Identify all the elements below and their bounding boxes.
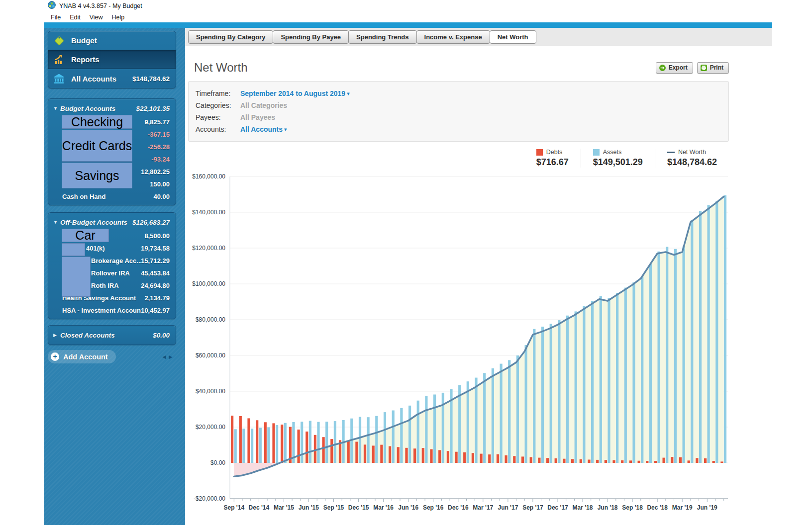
filter-value-payees[interactable]: All Payees <box>240 113 275 121</box>
add-account-button[interactable]: + Add Account <box>48 350 116 363</box>
filter-value-timeframe[interactable]: September 2014 to August 2019 <box>240 89 345 97</box>
account-balance: -256.28 <box>148 143 170 151</box>
print-button-label: Print <box>710 64 723 71</box>
sidebar-nav-panel: BudgetReportsAll Accounts$148,784.62 <box>48 31 176 88</box>
off-budget-accounts-header[interactable]: ▼ Off-Budget Accounts $126,683.27 <box>48 215 176 230</box>
legend-swatch-icon <box>667 152 675 153</box>
svg-text:Sep '14: Sep '14 <box>224 504 245 511</box>
account-balance: 10,452.97 <box>141 307 170 314</box>
svg-text:$60,000.00: $60,000.00 <box>196 352 225 359</box>
tab-spending-by-category[interactable]: Spending By Category <box>188 30 273 44</box>
filter-row: Categories:All Categories <box>196 99 721 111</box>
legend-swatch-icon <box>593 149 600 156</box>
legend-label: Assets <box>603 149 622 156</box>
menu-item-view[interactable]: View <box>86 13 107 22</box>
svg-text:Sep '18: Sep '18 <box>622 504 643 511</box>
svg-text:Jun '18: Jun '18 <box>598 504 618 511</box>
chart-icon <box>53 54 66 66</box>
svg-text:Dec '14: Dec '14 <box>249 504 270 511</box>
redaction-overlay: Credit Cards <box>62 130 132 162</box>
filter-row: Accounts:All Accounts▾ <box>196 123 721 135</box>
account-balance: 40.00 <box>153 193 170 200</box>
add-account-label: Add Account <box>63 353 108 361</box>
tab-net-worth[interactable]: Net Worth <box>490 30 536 44</box>
collapse-triangle-icon[interactable]: ▼ <box>53 106 60 111</box>
account-balance: 15,712.29 <box>141 257 170 264</box>
filter-value-accounts[interactable]: All Accounts <box>240 125 283 133</box>
all-accounts-total: $148,784.62 <box>132 75 170 83</box>
svg-text:$0.00: $0.00 <box>210 459 225 466</box>
export-button-label: Export <box>669 64 688 71</box>
account-balance: 12,802.25 <box>141 168 170 175</box>
tab-spending-trends[interactable]: Spending Trends <box>348 30 416 44</box>
svg-text:Jun '17: Jun '17 <box>498 504 518 511</box>
closed-accounts-panel: ▶ Closed Accounts $0.00 <box>48 325 176 345</box>
account-row[interactable]: HSA - Investment Account10,452.97 <box>48 304 176 317</box>
menu-item-help[interactable]: Help <box>108 13 129 22</box>
svg-text:Sep '15: Sep '15 <box>323 504 344 511</box>
account-balance: 45,453.84 <box>141 269 170 277</box>
svg-text:Mar '18: Mar '18 <box>573 504 593 511</box>
account-balance: 9,825.77 <box>144 118 170 126</box>
tab-income-v-expense[interactable]: Income v. Expense <box>416 30 490 44</box>
menu-bar: FileEditViewHelp <box>44 12 772 22</box>
budget-accounts-header[interactable]: ▼ Budget Accounts $22,101.35 <box>48 101 176 116</box>
dropdown-arrow-icon[interactable]: ▾ <box>284 126 287 133</box>
redaction-overlay <box>62 257 91 297</box>
closed-accounts-label: Closed Accounts <box>60 332 153 339</box>
chart-legend: Debts$716.67Assets$149,501.29Net Worth$1… <box>188 149 729 168</box>
svg-text:-$20,000.00: -$20,000.00 <box>194 495 225 502</box>
account-balance: 2,134.79 <box>144 294 170 302</box>
account-balance: 150.00 <box>150 180 170 188</box>
sidebar-item-all-accounts[interactable]: All Accounts$148,784.62 <box>48 69 176 88</box>
net-worth-chart: $160,000.00$140,000.00$120,000.00$100,00… <box>188 170 729 520</box>
svg-text:Sep '17: Sep '17 <box>522 504 543 511</box>
svg-text:Mar '15: Mar '15 <box>274 504 294 511</box>
redaction-overlay: Savings <box>62 163 132 188</box>
page-title: Net Worth <box>188 61 652 75</box>
svg-text:$40,000.00: $40,000.00 <box>196 388 225 395</box>
closed-accounts-header[interactable]: ▶ Closed Accounts $0.00 <box>48 328 176 343</box>
tab-spending-by-payee[interactable]: Spending By Payee <box>273 30 349 44</box>
content-area: Spending By CategorySpending By PayeeSpe… <box>185 28 772 525</box>
filter-label: Timeframe: <box>196 89 240 97</box>
export-arrow-icon <box>659 65 666 71</box>
menu-item-file[interactable]: File <box>47 13 65 22</box>
collapse-triangle-icon[interactable]: ▼ <box>53 220 60 225</box>
legend-value: $148,784.62 <box>667 157 717 168</box>
redaction-overlay: Car <box>62 229 109 242</box>
legend-item-debts: Debts$716.67 <box>524 149 581 168</box>
svg-text:Mar '17: Mar '17 <box>473 504 493 511</box>
sidebar-item-budget[interactable]: Budget <box>48 31 176 50</box>
account-balance: -367.15 <box>148 131 170 138</box>
account-balance: -93.24 <box>151 156 170 163</box>
svg-text:Sep '16: Sep '16 <box>423 504 444 511</box>
export-button[interactable]: Export <box>656 62 693 74</box>
account-row[interactable]: Cash on Hand40.00 <box>48 190 176 203</box>
sidebar-item-reports[interactable]: Reports <box>48 50 176 69</box>
legend-swatch-icon <box>536 149 543 156</box>
sidebar-collapse-arrows-icon[interactable]: ◄► <box>161 353 174 360</box>
svg-text:$160,000.00: $160,000.00 <box>192 173 225 180</box>
screen: YNAB 4 v4.3.857 - My Budget FileEditView… <box>0 0 812 525</box>
dropdown-arrow-icon[interactable]: ▾ <box>347 90 350 97</box>
closed-accounts-total: $0.00 <box>153 332 170 339</box>
svg-text:Mar '16: Mar '16 <box>373 504 394 511</box>
svg-text:$80,000.00: $80,000.00 <box>196 316 225 323</box>
filter-label: Categories: <box>196 101 240 109</box>
menu-item-edit[interactable]: Edit <box>66 13 85 22</box>
legend-value: $149,501.29 <box>593 157 643 168</box>
filter-value-categories[interactable]: All Categories <box>240 101 287 109</box>
expand-triangle-icon[interactable]: ▶ <box>53 333 60 338</box>
off-budget-accounts-total: $126,683.27 <box>132 219 170 226</box>
report-filters-panel: Timeframe:September 2014 to August 2019▾… <box>188 81 729 142</box>
window-title: YNAB 4 v4.3.857 - My Budget <box>59 2 142 9</box>
sidebar-item-label: All Accounts <box>71 75 132 83</box>
svg-text:Dec '15: Dec '15 <box>348 504 369 511</box>
svg-text:Dec '17: Dec '17 <box>547 504 568 511</box>
svg-text:Jun '16: Jun '16 <box>398 504 418 511</box>
print-button[interactable]: Print <box>697 62 729 74</box>
svg-text:Dec '18: Dec '18 <box>647 504 668 511</box>
legend-label: Debts <box>546 149 563 156</box>
filter-label: Accounts: <box>196 125 240 133</box>
